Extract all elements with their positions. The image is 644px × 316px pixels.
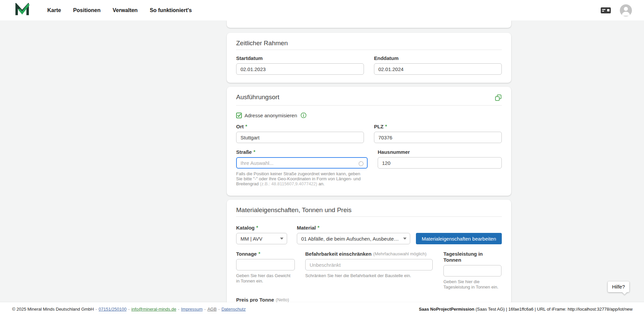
hausnummer-field: Hausnummer xyxy=(378,149,502,186)
page-footer: © 2025 Mineral Minds Deutschland GmbH · … xyxy=(0,302,644,316)
card-reader-icon[interactable] xyxy=(600,6,611,14)
card-ausfuehrungsort: Ausführungsort Adresse anonymisieren xyxy=(227,87,511,196)
header-right xyxy=(600,4,632,16)
main-nav: Karte Positionen Verwalten So funktionie… xyxy=(47,0,192,20)
tonnage-label: Tonnage * xyxy=(236,251,295,257)
tagesleistung-helper-text: Geben Sie hier die Tagesleistung in Tonn… xyxy=(443,279,501,290)
footer-phone-link[interactable]: 07151/250100 xyxy=(99,307,126,312)
tonnage-field: Tonnage * Geben Sie hier das Gewicht in … xyxy=(236,251,295,283)
divider xyxy=(236,216,502,217)
befahrbarkeit-field: Befahrbarkeit einschränken (Mehrfachausw… xyxy=(305,251,433,278)
footer-environment-info: Saas NoProjectPermission (Saas Test AG) … xyxy=(419,307,633,312)
card-title-zeitlicher-rahmen: Zeitlicher Rahmen xyxy=(236,40,502,47)
material-label: Material * xyxy=(297,225,410,231)
required-asterisk: * xyxy=(246,123,247,129)
chevron-down-icon xyxy=(280,238,283,240)
enddatum-field: Enddatum xyxy=(374,55,502,75)
footer-email-link[interactable]: info@mineral-minds.de xyxy=(131,307,176,312)
ort-label: Ort * xyxy=(236,124,364,130)
required-asterisk: * xyxy=(385,123,387,129)
card-material: Materialeigenschaften, Tonnen und Preis … xyxy=(227,200,511,302)
duplicate-icon[interactable] xyxy=(495,94,502,103)
logo-icon xyxy=(14,3,30,18)
enddatum-label: Enddatum xyxy=(374,55,502,61)
card-title-material: Materialeigenschaften, Tonnen und Preis xyxy=(236,206,502,214)
strasse-label: Straße * xyxy=(236,149,368,155)
plz-input[interactable] xyxy=(374,132,502,143)
katalog-select[interactable]: MM | AVV xyxy=(236,233,287,244)
footer-datenschutz-link[interactable]: Datenschutz xyxy=(221,307,246,312)
tagesleistung-label: Tagesleistung in Tonnen xyxy=(443,251,501,263)
hausnummer-input[interactable] xyxy=(378,157,502,169)
preis-field: Preis pro Tonne (Netto) xyxy=(236,297,318,302)
anonymize-checkbox-row: Adresse anonymisieren xyxy=(236,112,502,118)
main-content: Zeitlicher Rahmen Startdatum Enddatum xyxy=(0,20,644,302)
card-title-ausfuehrungsort: Ausführungsort xyxy=(236,93,279,101)
startdatum-field: Startdatum xyxy=(236,55,364,75)
nav-item-verwalten[interactable]: Verwalten xyxy=(113,0,138,20)
avatar[interactable] xyxy=(620,4,632,16)
help-button[interactable]: Hilfe? xyxy=(608,281,629,292)
katalog-field: Katalog * MM | AVV xyxy=(236,225,287,244)
required-asterisk: * xyxy=(254,149,255,155)
chevron-down-icon xyxy=(403,238,407,240)
loading-spinner-icon xyxy=(359,161,364,166)
card-zeitlicher-rahmen: Zeitlicher Rahmen Startdatum Enddatum xyxy=(227,33,511,83)
enddatum-input[interactable] xyxy=(374,63,502,75)
tagesleistung-input[interactable] xyxy=(443,265,501,276)
copyright-text: © 2025 Mineral Minds Deutschland GmbH xyxy=(12,307,94,312)
checkbox-checked-icon[interactable] xyxy=(236,113,242,118)
required-asterisk: * xyxy=(256,225,258,231)
katalog-label: Katalog * xyxy=(236,225,287,231)
tonnage-input[interactable] xyxy=(236,259,295,270)
startdatum-input[interactable] xyxy=(236,63,364,75)
plz-field: PLZ * xyxy=(374,124,502,143)
anonymize-label: Adresse anonymisieren xyxy=(245,113,297,118)
befahrbarkeit-input[interactable] xyxy=(305,259,433,270)
card-partial xyxy=(227,20,511,28)
strasse-helper-text: Falls die Position keiner Straße zugeord… xyxy=(236,171,368,186)
footer-impressum-link[interactable]: Impressum xyxy=(181,307,203,312)
startdatum-label: Startdatum xyxy=(236,55,364,61)
info-icon[interactable] xyxy=(301,112,307,118)
hausnummer-label: Hausnummer xyxy=(378,149,502,155)
nav-item-karte[interactable]: Karte xyxy=(47,0,61,20)
plz-label: PLZ * xyxy=(374,124,502,130)
mineral-minds-logo[interactable] xyxy=(14,3,30,18)
ort-field: Ort * xyxy=(236,124,364,143)
strasse-input[interactable] xyxy=(236,157,368,169)
material-field: Material * 01 Abfälle, die beim Aufsuche… xyxy=(297,225,410,244)
footer-agb-link[interactable]: AGB xyxy=(207,307,216,312)
befahrbarkeit-label: Befahrbarkeit einschränken (Mehrfachausw… xyxy=(305,251,433,257)
required-asterisk: * xyxy=(258,251,260,257)
preis-label: Preis pro Tonne (Netto) xyxy=(236,297,318,302)
nav-item-so-funktionierts[interactable]: So funktioniert's xyxy=(150,0,192,20)
strasse-field: Straße * Falls die Position keiner Straß… xyxy=(236,149,368,186)
footer-links: © 2025 Mineral Minds Deutschland GmbH · … xyxy=(12,307,246,312)
edit-material-properties-button[interactable]: Materialeigenschaften bearbeiten xyxy=(416,233,502,244)
divider xyxy=(236,105,502,106)
required-asterisk: * xyxy=(318,225,319,231)
befahrbarkeit-helper-text: Schränken Sie hier die Befahrbarkeit der… xyxy=(305,273,433,278)
material-select[interactable]: 01 Abfälle, die beim Aufsuchen, Ausbeute… xyxy=(297,233,410,244)
app-header: Karte Positionen Verwalten So funktionie… xyxy=(0,0,644,20)
nav-item-positionen[interactable]: Positionen xyxy=(73,0,101,20)
tagesleistung-field: Tagesleistung in Tonnen Geben Sie hier d… xyxy=(443,251,501,290)
ort-input[interactable] xyxy=(236,132,364,143)
divider xyxy=(236,50,502,50)
tonnage-helper-text: Geben Sie hier das Gewicht in Tonnen ein… xyxy=(236,273,295,283)
